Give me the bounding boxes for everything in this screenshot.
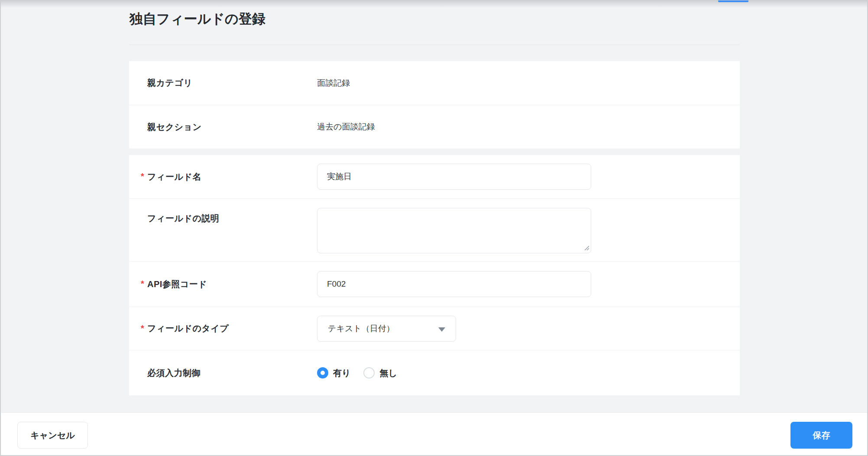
api-code-input[interactable] <box>317 271 591 297</box>
field-name-row: * フィールド名 <box>129 155 740 198</box>
field-form-card: * フィールド名 フィールドの説明 * API参照コード <box>129 155 740 395</box>
modal-footer: キャンセル 保存 <box>1 412 867 455</box>
parent-section-row: 親セクション 過去の面談記録 <box>129 105 740 149</box>
api-code-row: * API参照コード <box>129 262 740 307</box>
modal-register-custom-field: 独自フィールドの登録 親カテゴリ 面談記録 親セクション 過去の面談記録 * フ… <box>0 0 868 456</box>
required-control-row: 必須入力制御 有り 無し <box>129 350 740 395</box>
title-divider <box>129 45 740 45</box>
parent-category-row: 親カテゴリ 面談記録 <box>129 61 740 105</box>
field-description-label: フィールドの説明 <box>147 213 219 223</box>
readonly-info-card: 親カテゴリ 面談記録 親セクション 過去の面談記録 <box>129 61 740 149</box>
parent-section-value: 過去の面談記録 <box>317 121 375 133</box>
radio-required-yes[interactable]: 有り <box>317 367 350 379</box>
field-name-label: フィールド名 <box>147 172 201 181</box>
field-type-select[interactable]: テキスト（日付） <box>317 316 456 342</box>
resize-handle-icon[interactable] <box>583 245 589 250</box>
field-description-row: フィールドの説明 <box>129 199 740 261</box>
radio-unselected-icon[interactable] <box>363 367 375 378</box>
field-description-textarea[interactable] <box>317 208 591 253</box>
required-asterisk: * <box>141 171 144 181</box>
radio-required-no[interactable]: 無し <box>363 367 397 379</box>
required-control-label: 必須入力制御 <box>147 368 201 378</box>
required-asterisk: * <box>141 323 144 333</box>
cancel-button[interactable]: キャンセル <box>17 422 88 449</box>
parent-category-value: 面談記録 <box>317 78 350 89</box>
api-code-label: API参照コード <box>147 279 207 289</box>
field-type-row: * フィールドのタイプ テキスト（日付） <box>129 307 740 350</box>
save-button[interactable]: 保存 <box>790 422 852 449</box>
field-type-label: フィールドのタイプ <box>147 323 229 333</box>
parent-category-label: 親カテゴリ <box>147 78 192 87</box>
required-asterisk: * <box>141 279 144 289</box>
chevron-down-icon <box>438 327 445 332</box>
field-type-selected-value: テキスト（日付） <box>328 323 395 334</box>
field-name-input[interactable] <box>317 164 591 190</box>
required-control-radio-group: 有り 無し <box>317 367 397 379</box>
parent-section-label: 親セクション <box>147 122 201 132</box>
radio-selected-icon[interactable] <box>317 367 328 378</box>
clipped-top-button <box>718 0 748 2</box>
page-title: 独自フィールドの登録 <box>130 10 266 28</box>
